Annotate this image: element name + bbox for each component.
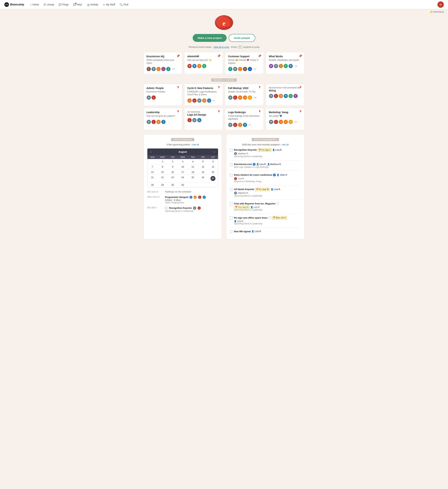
cal-cell[interactable]: 12 bbox=[198, 164, 208, 169]
cal-cell[interactable]: 22 bbox=[158, 175, 168, 182]
avatar-row: E M L 🎃 J +17 bbox=[146, 67, 179, 71]
nav-lineup[interactable]: ☰ Lineup bbox=[42, 2, 56, 7]
cal-cell[interactable]: 17 bbox=[178, 170, 188, 175]
calendar-header: ‹ August › bbox=[147, 148, 218, 155]
pin-icon: 📍 bbox=[258, 110, 261, 114]
cal-cell[interactable]: 7 bbox=[147, 164, 158, 169]
assignment-checkbox[interactable] bbox=[230, 188, 232, 191]
cal-cell[interactable]: 11 bbox=[188, 164, 198, 169]
project-card-customer-support[interactable]: 📌 Customer Support Human 😊 Friendly ❤️ T… bbox=[225, 52, 264, 74]
day-label-fri: FRI bbox=[198, 155, 208, 159]
nav-activity[interactable]: 📊 Activity bbox=[85, 2, 100, 7]
cal-cell[interactable]: 30 bbox=[168, 182, 178, 187]
pin-icon: 📌 bbox=[258, 54, 261, 58]
assignment-checkbox[interactable] bbox=[230, 230, 232, 233]
cal-cell[interactable]: 4 bbox=[188, 159, 198, 164]
nav-mystuff[interactable]: ☺ My Stuff bbox=[101, 2, 117, 7]
event-sub: Team: Programmers bbox=[165, 201, 206, 204]
cal-cell[interactable]: 24 bbox=[178, 175, 188, 182]
cal-cell[interactable]: 18 bbox=[188, 170, 198, 175]
cal-cell[interactable]: 14 bbox=[147, 170, 158, 175]
avatar: 🎃 bbox=[161, 67, 166, 71]
project-card-fall-meetup[interactable]: 📍 Fall Meetup: 2022 October 16-19 Austin… bbox=[225, 84, 264, 106]
nav-find[interactable]: 🔍 Find bbox=[118, 2, 130, 7]
event-checkbox[interactable] bbox=[165, 207, 167, 209]
basecamp-logo-icon bbox=[4, 2, 9, 7]
project-card-enormicom-hq[interactable]: 📌 Enormicom HQ Where everybody knows you… bbox=[144, 52, 182, 74]
assignment-checkbox[interactable] bbox=[230, 203, 232, 205]
user-avatar[interactable]: U bbox=[438, 1, 444, 8]
avatar: 🧡 bbox=[238, 67, 242, 71]
cal-cell-today[interactable]: 27 bbox=[208, 175, 218, 182]
project-card-admin-people[interactable]: 📍 Admin: People Enormicom Rolodex M L bbox=[144, 84, 182, 106]
project-card-admin-hr[interactable]: 📌 Admin/HR How can we help you? 👋 M R S … bbox=[184, 52, 223, 74]
assignment-location: Upcoming Items in Leadership bbox=[234, 155, 301, 158]
main-content: 📌 Enormicom HQ Where everybody knows you… bbox=[140, 52, 308, 246]
cal-cell[interactable]: 9 bbox=[168, 164, 178, 169]
adminland-link[interactable]: 🔑 Adminland bbox=[430, 10, 444, 13]
nav-pings[interactable]: 💬 Pings bbox=[57, 2, 70, 7]
avatar-row: M L CS J A +16 bbox=[228, 95, 261, 100]
assignment-item: All Hands Keynote 📅 Fri, Sep 30 👤 Liza R… bbox=[230, 188, 301, 200]
logo[interactable]: Basecamp bbox=[4, 2, 24, 7]
svg-point-0 bbox=[4, 2, 9, 7]
calendar-prev-button[interactable]: ‹ bbox=[149, 150, 152, 154]
avatar: M bbox=[274, 64, 278, 68]
cal-cell[interactable]: 15 bbox=[158, 170, 168, 175]
assignment-checkbox[interactable] bbox=[230, 216, 232, 219]
assignment-checkbox[interactable] bbox=[230, 163, 232, 166]
calendar-next-button[interactable]: › bbox=[213, 150, 216, 154]
cal-cell[interactable]: 2 bbox=[168, 159, 178, 164]
user-tag: 👤 Matthew R. bbox=[267, 163, 281, 166]
cal-cell[interactable]: 8 bbox=[158, 164, 168, 169]
cal-cell[interactable]: 20 bbox=[208, 170, 218, 175]
assignment-checkbox[interactable] bbox=[230, 149, 232, 152]
cal-cell[interactable]: 10 bbox=[178, 164, 188, 169]
project-desc: Where everybody knows your name. bbox=[146, 59, 179, 65]
project-card-logo-art[interactable]: 📍 GH DESIGNS Logo Art Design L M A bbox=[184, 108, 223, 130]
cal-cell[interactable]: 23 bbox=[168, 175, 178, 182]
schedule-see-all-link[interactable]: see all bbox=[192, 143, 199, 146]
avatar: J bbox=[238, 122, 242, 127]
cal-cell[interactable]: 28 bbox=[147, 182, 158, 187]
project-card-leadership[interactable]: 📍 Leadership How can we grow as Leaders?… bbox=[144, 108, 182, 130]
cal-cell[interactable]: 21 bbox=[147, 175, 158, 182]
avatar: L bbox=[233, 95, 238, 100]
day-label-sat: SAT bbox=[208, 155, 218, 159]
project-card-what-works[interactable]: 📌 What Works Kickoffs, Heartbeats, and C… bbox=[266, 52, 304, 74]
cal-cell[interactable]: 3 bbox=[178, 159, 188, 164]
avatar: M bbox=[269, 94, 273, 98]
avatar: K bbox=[293, 94, 298, 98]
cal-cell[interactable]: 16 bbox=[168, 170, 178, 175]
project-card-cycle5[interactable]: 📍 Cycle 5: New Features 6-WEEKER: Login … bbox=[184, 84, 223, 106]
avatar: M bbox=[233, 67, 238, 71]
cal-cell[interactable]: 26 bbox=[198, 175, 208, 182]
invite-people-button[interactable]: Invite people bbox=[229, 34, 255, 42]
cal-cell-event[interactable]: 5 bbox=[198, 159, 208, 164]
project-card-hiring[interactable]: 📍 RECRUITING FOR ENORMICOM Hiring M L A … bbox=[266, 84, 304, 106]
cal-cell-event[interactable]: 31 bbox=[178, 182, 188, 187]
cal-cell[interactable]: 6 bbox=[208, 159, 218, 164]
project-card-logo-redesign[interactable]: 📍 Logo Redesign A total redesign of the … bbox=[225, 108, 264, 130]
avatar: M bbox=[187, 64, 192, 68]
cal-cell[interactable]: 1 bbox=[158, 159, 168, 164]
assignment-checkbox[interactable] bbox=[230, 174, 232, 177]
nav-hey[interactable]: 💬 Hey! bbox=[72, 2, 84, 7]
avatar: L bbox=[248, 67, 252, 71]
project-desc: 6-WEEKER: Login Notifications, Cloud Fil… bbox=[187, 90, 220, 96]
cal-cell[interactable]: 25 bbox=[188, 175, 198, 182]
day-label-mon: MON bbox=[158, 155, 168, 159]
cal-cell[interactable]: 29 bbox=[158, 182, 168, 187]
avatar: J bbox=[161, 120, 166, 124]
make-project-button[interactable]: Make a new project bbox=[193, 34, 227, 42]
project-card-marketing-swag[interactable]: 📍 Marketing: Swag Got swag? 💙 M L CS J A… bbox=[266, 108, 304, 130]
avatar: J bbox=[288, 94, 293, 98]
nav-home[interactable]: ⌂ Home bbox=[28, 2, 41, 7]
user-tag: 👤 Liza R. bbox=[271, 188, 281, 191]
project-title: Customer Support bbox=[228, 55, 261, 58]
view-all-link[interactable]: View all in a list bbox=[214, 46, 229, 48]
cal-cell[interactable]: 19 bbox=[198, 170, 208, 175]
assignments-see-all-link[interactable]: see all bbox=[282, 143, 289, 146]
cal-cell[interactable]: 13 bbox=[208, 164, 218, 169]
avatar: A bbox=[248, 95, 252, 100]
